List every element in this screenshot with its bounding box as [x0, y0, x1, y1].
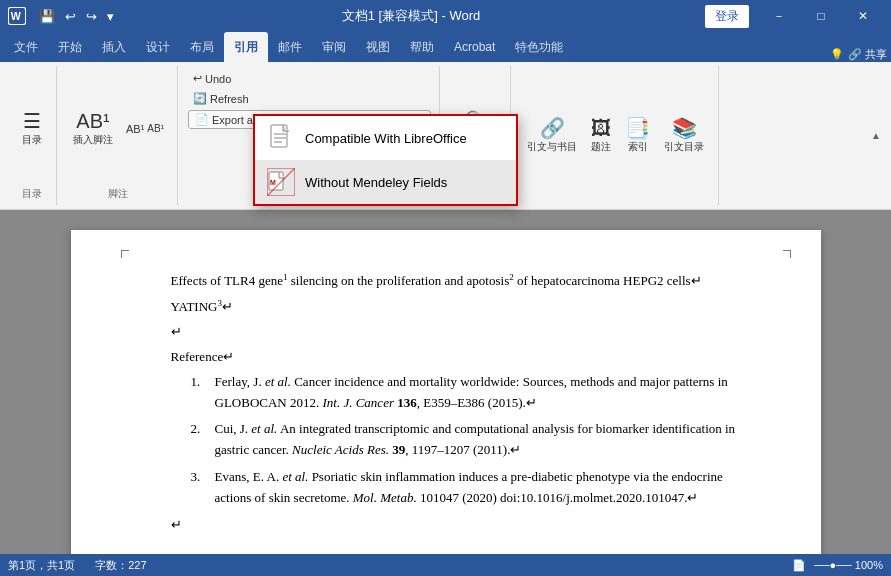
view-mode-icon[interactable]: 📄	[792, 559, 806, 572]
tab-layout[interactable]: 布局	[180, 32, 224, 62]
ribbon-scroll-right[interactable]: ▲	[869, 66, 883, 205]
toc-icon: ☰	[23, 111, 41, 131]
tab-design[interactable]: 设计	[136, 32, 180, 62]
ribbon-tab-bar: 文件 开始 插入 设计 布局 引用 邮件 审阅 视图 帮助 Acrobat 特色…	[0, 32, 891, 62]
doc-author-line: YATING3↵	[171, 296, 741, 318]
libreoffice-doc-icon	[267, 124, 295, 152]
ref-num-2: 2.	[191, 419, 207, 461]
title-bar: W 💾 ↩ ↪ ▾ 文档1 [兼容模式] - Word 登录 － □ ✕	[0, 0, 891, 32]
toc-group: ☰ 目录 目录	[8, 66, 57, 205]
footnote-icon: AB¹	[76, 111, 109, 131]
document-page[interactable]: Effects of TLR4 gene1 silencing on the p…	[71, 230, 821, 576]
undo-icon[interactable]: ↩	[62, 7, 79, 26]
doc-content: Effects of TLR4 gene1 silencing on the p…	[171, 270, 741, 535]
customize-icon[interactable]: ▾	[104, 7, 117, 26]
cross-ref-icon: 🔗	[540, 118, 565, 138]
reference-list: 1. Ferlay, J. et al. Cancer incidence an…	[191, 372, 741, 509]
svg-text:M: M	[270, 179, 276, 186]
libreoffice-item-label: Compatible With LibreOffice	[305, 131, 467, 146]
ref-num-1: 1.	[191, 372, 207, 414]
doc-title-line: Effects of TLR4 gene1 silencing on the p…	[171, 270, 741, 292]
tab-mail[interactable]: 邮件	[268, 32, 312, 62]
export-no-mendeley-item[interactable]: M Without Mendeley Fields	[255, 160, 516, 204]
redo-icon[interactable]: ↪	[83, 7, 100, 26]
ref-text-1: Ferlay, J. et al. Cancer incidence and m…	[215, 372, 741, 414]
zoom-slider[interactable]: ──●── 100%	[814, 559, 883, 571]
ref-text-2: Cui, J. et al. An integrated transcripto…	[215, 419, 741, 461]
tab-references[interactable]: 引用	[224, 32, 268, 62]
ref-text-3: Evans, E. A. et al. Psoriatic skin infla…	[215, 467, 741, 509]
toc-button[interactable]: ☰ 目录	[16, 108, 48, 150]
doc-blank-line: ↵	[171, 322, 741, 343]
doc-reference-heading: Reference↵	[171, 347, 741, 368]
svg-text:W: W	[11, 10, 22, 22]
title-bar-right: 登录 － □ ✕	[705, 0, 883, 32]
title-bar-left: W 💾 ↩ ↪ ▾	[8, 7, 117, 26]
footnote-group-label: 脚注	[108, 187, 128, 201]
export-dropdown-menu: Compatible With LibreOffice M Without Me…	[253, 114, 518, 206]
export-libreoffice-item[interactable]: Compatible With LibreOffice	[255, 116, 516, 160]
ref-num-3: 3.	[191, 467, 207, 509]
login-button[interactable]: 登录	[705, 5, 749, 28]
footnote-group: AB¹ 插入脚注 AB¹ AB¹ 脚注	[59, 66, 178, 205]
tab-acrobat[interactable]: Acrobat	[444, 32, 505, 62]
ref-item-2: 2. Cui, J. et al. An integrated transcri…	[191, 419, 741, 461]
export-icon: 📄	[195, 113, 209, 126]
no-mendeley-item-label: Without Mendeley Fields	[305, 175, 447, 190]
toc-buttons: ☰ 目录	[16, 70, 48, 187]
refresh-button[interactable]: 🔄 Refresh	[188, 90, 431, 107]
footnote-buttons: AB¹ 插入脚注 AB¹ AB¹	[67, 70, 169, 187]
close-button[interactable]: ✕	[843, 0, 883, 32]
scroll-right-icon[interactable]: ▲	[869, 128, 883, 143]
margin-mark-tl	[121, 250, 129, 258]
insert-endnote-button[interactable]: AB¹ AB¹	[121, 121, 169, 137]
caption-button[interactable]: 🖼 题注	[585, 115, 617, 157]
ref-item-1: 1. Ferlay, J. et al. Cancer incidence an…	[191, 372, 741, 414]
undo-arrow-icon: ↩	[193, 72, 202, 85]
index-icon: 📑	[625, 118, 650, 138]
minimize-button[interactable]: －	[759, 0, 799, 32]
restore-button[interactable]: □	[801, 0, 841, 32]
share-button[interactable]: 🔗 共享	[848, 47, 887, 62]
margin-mark-tr	[783, 250, 791, 258]
word-count: 字数：227	[95, 558, 146, 573]
save-icon[interactable]: 💾	[36, 7, 58, 26]
toc-group-label: 目录	[22, 187, 42, 201]
window-title: 文档1 [兼容模式] - Word	[117, 7, 705, 25]
index-button[interactable]: 📑 索引	[619, 115, 656, 157]
tab-file[interactable]: 文件	[4, 32, 48, 62]
refresh-icon: 🔄	[193, 92, 207, 105]
citation-index-button[interactable]: 📚 引文目录	[658, 115, 710, 157]
document-area: Effects of TLR4 gene1 silencing on the p…	[0, 210, 891, 576]
citations-right-group: 🔗 引文与书目 🖼 题注 📑 索引 📚 引文目录	[513, 66, 719, 205]
citations-right-buttons: 🔗 引文与书目 🖼 题注 📑 索引 📚 引文目录	[521, 70, 710, 201]
insert-footnote-button[interactable]: AB¹ 插入脚注	[67, 108, 119, 150]
doc-footer-return: ↵	[171, 515, 741, 536]
citation-index-icon: 📚	[672, 118, 697, 138]
help-icon[interactable]: 💡	[830, 48, 844, 61]
undo-button[interactable]: ↩ Undo	[188, 70, 431, 87]
tab-start[interactable]: 开始	[48, 32, 92, 62]
caption-icon: 🖼	[591, 118, 611, 138]
tab-view[interactable]: 视图	[356, 32, 400, 62]
no-mendeley-icon: M	[267, 168, 295, 196]
tab-help[interactable]: 帮助	[400, 32, 444, 62]
page-info: 第1页，共1页	[8, 558, 75, 573]
quick-access-toolbar: 💾 ↩ ↪ ▾	[36, 7, 117, 26]
ref-item-3: 3. Evans, E. A. et al. Psoriatic skin in…	[191, 467, 741, 509]
endnote-icon: AB¹	[126, 123, 144, 135]
status-bar: 第1页，共1页 字数：227 📄 ──●── 100%	[0, 554, 891, 576]
tab-insert[interactable]: 插入	[92, 32, 136, 62]
word-icon: W	[8, 7, 26, 25]
cross-ref-button[interactable]: 🔗 引文与书目	[521, 115, 583, 157]
tab-review[interactable]: 审阅	[312, 32, 356, 62]
tab-special[interactable]: 特色功能	[505, 32, 573, 62]
